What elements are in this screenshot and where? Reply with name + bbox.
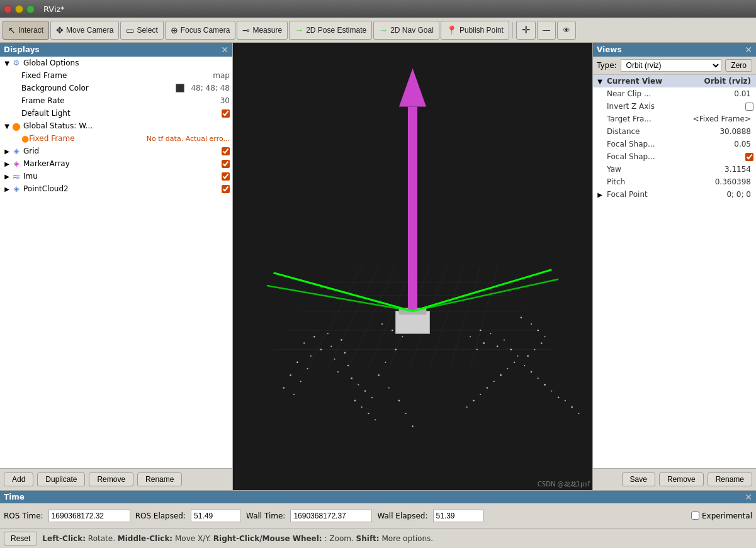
point-cloud2-checkbox[interactable]: [222, 185, 230, 193]
time-close-button[interactable]: ✕: [745, 492, 752, 502]
svg-point-24: [293, 394, 295, 395]
svg-point-77: [544, 384, 546, 386]
rename-view-button[interactable]: Rename: [708, 473, 752, 486]
eye-button[interactable]: 👁: [557, 21, 576, 40]
displays-close-button[interactable]: ✕: [221, 45, 228, 55]
focus-camera-icon: ⊕: [171, 25, 178, 35]
duplicate-button[interactable]: Duplicate: [37, 473, 85, 486]
marker-array-label: MarkerArray: [23, 159, 219, 168]
grid-label: Grid: [23, 147, 219, 155]
measure-button[interactable]: ⊸ Measure: [237, 21, 288, 40]
reset-button[interactable]: Reset: [4, 532, 37, 545]
imu-item[interactable]: ▶ ≈ Imu: [0, 170, 232, 182]
default-light-checkbox[interactable]: [222, 109, 230, 118]
grid-expand[interactable]: ▶: [3, 148, 11, 155]
views-type-label: Type:: [597, 61, 617, 70]
experimental-checkbox[interactable]: [691, 512, 699, 520]
grid-item[interactable]: ▶ ◈ Grid: [0, 145, 232, 157]
close-button[interactable]: [4, 5, 12, 13]
global-status-icon: ●: [11, 121, 21, 131]
select-button[interactable]: ▭ Select: [120, 21, 163, 40]
displays-title: Displays: [4, 45, 40, 54]
wall-elapsed-label: Wall Elapsed:: [377, 512, 427, 520]
frame-rate-item[interactable]: Frame Rate 30: [0, 94, 232, 107]
add-crosshair-button[interactable]: ✛: [516, 21, 536, 40]
wall-time-input[interactable]: 1690368172.37: [290, 510, 372, 522]
current-view-header[interactable]: ▼ Current View Orbit (rviz): [593, 75, 756, 87]
svg-point-59: [514, 362, 516, 363]
frame-rate-value: 30: [220, 96, 230, 105]
focus-camera-label: Focus Camera: [181, 26, 230, 35]
minimize-button[interactable]: [15, 5, 23, 13]
imu-icon: ≈: [11, 171, 21, 181]
views-zero-button[interactable]: Zero: [725, 59, 752, 72]
svg-point-31: [337, 371, 339, 372]
viewport[interactable]: ◀ ▶: [233, 43, 592, 490]
marker-array-checkbox[interactable]: [222, 160, 230, 168]
maximize-button[interactable]: [26, 5, 35, 13]
focal-point-expand[interactable]: ▶: [595, 191, 604, 198]
global-options-item[interactable]: ▼ ⚙ Global Options: [0, 57, 232, 69]
status-bar: Reset Left-Click: Rotate. Middle-Click: …: [0, 528, 756, 548]
svg-point-33: [358, 384, 359, 385]
focal-point-row[interactable]: ▶ Focal Point 0; 0; 0: [593, 188, 756, 201]
focal-point-label: Focal Point: [604, 190, 726, 199]
imu-expand[interactable]: ▶: [3, 173, 11, 180]
save-view-button[interactable]: Save: [622, 473, 655, 486]
svg-point-38: [368, 413, 370, 414]
titlebar-buttons[interactable]: [4, 5, 35, 13]
svg-point-62: [494, 381, 495, 382]
fixed-frame-status-item[interactable]: ● Fixed Frame No tf data. Actual erro...: [0, 132, 232, 145]
near-clip-row[interactable]: Near Clip ... 0.01: [593, 87, 756, 100]
right-click-desc: : Zoom.: [325, 534, 356, 543]
add-button[interactable]: Add: [4, 473, 33, 486]
views-type-select[interactable]: Orbit (rviz) FPS (rviz) TopDownOrtho (rv…: [621, 59, 722, 72]
2d-nav-button[interactable]: → 2D Nav Goal: [373, 21, 439, 40]
invert-z-checkbox[interactable]: [745, 103, 753, 111]
fixed-frame-status-label: Fixed Frame: [29, 134, 144, 143]
views-close-button[interactable]: ✕: [745, 45, 752, 55]
point-cloud2-expand[interactable]: ▶: [3, 186, 11, 193]
marker-array-item[interactable]: ▶ ◈ MarkerArray: [0, 157, 232, 170]
focal-shape-check-row[interactable]: Focal Shap...: [593, 150, 756, 163]
ros-elapsed-input[interactable]: 51.49: [191, 510, 241, 522]
views-tree: ▼ Current View Orbit (rviz) Near Clip ..…: [593, 75, 756, 468]
point-cloud2-label: PointCloud2: [23, 184, 219, 193]
focal-shape-size-row[interactable]: Focal Shap... 0.05: [593, 138, 756, 150]
distance-row[interactable]: Distance 30.0888: [593, 125, 756, 138]
minus-button[interactable]: —: [537, 21, 556, 40]
global-status-expand[interactable]: ▼: [3, 123, 11, 130]
ros-time-label: ROS Time:: [4, 512, 43, 520]
ros-time-input[interactable]: 1690368172.32: [48, 510, 130, 522]
wall-elapsed-input[interactable]: 51.39: [433, 510, 483, 522]
2d-pose-button[interactable]: → 2D Pose Estimate: [289, 21, 372, 40]
rename-display-button[interactable]: Rename: [137, 473, 182, 486]
remove-display-button[interactable]: Remove: [89, 473, 133, 486]
left-click-desc: Rotate.: [88, 534, 118, 543]
target-frame-value: <Fixed Frame>: [693, 115, 753, 123]
background-color-item[interactable]: Background Color 48; 48; 48: [0, 82, 232, 94]
global-status-item[interactable]: ▼ ● Global Status: W...: [0, 120, 232, 132]
interact-button[interactable]: ↖ Interact: [3, 21, 49, 40]
focus-camera-button[interactable]: ⊕ Focus Camera: [165, 21, 236, 40]
current-view-expand[interactable]: ▼: [595, 78, 604, 85]
fixed-frame-item[interactable]: Fixed Frame map: [0, 69, 232, 82]
global-options-expand[interactable]: ▼: [3, 60, 11, 67]
imu-checkbox[interactable]: [222, 172, 230, 181]
svg-point-43: [395, 349, 397, 350]
publish-point-button[interactable]: 📍 Publish Point: [441, 21, 509, 40]
marker-array-expand[interactable]: ▶: [3, 160, 11, 167]
point-cloud2-icon: ◈: [11, 184, 21, 194]
move-camera-button[interactable]: ✥ Move Camera: [50, 21, 119, 40]
remove-view-button[interactable]: Remove: [659, 473, 704, 486]
yaw-row[interactable]: Yaw 3.1154: [593, 163, 756, 176]
focal-shape-checkbox[interactable]: [745, 153, 753, 161]
default-light-label: Default Light: [21, 109, 219, 118]
grid-checkbox[interactable]: [222, 147, 230, 155]
svg-point-23: [283, 387, 285, 389]
point-cloud2-item[interactable]: ▶ ◈ PointCloud2: [0, 182, 232, 195]
invert-z-row[interactable]: Invert Z Axis: [593, 100, 756, 113]
target-frame-row[interactable]: Target Fra... <Fixed Frame>: [593, 113, 756, 125]
pitch-row[interactable]: Pitch 0.360398: [593, 176, 756, 188]
default-light-item[interactable]: Default Light: [0, 107, 232, 120]
